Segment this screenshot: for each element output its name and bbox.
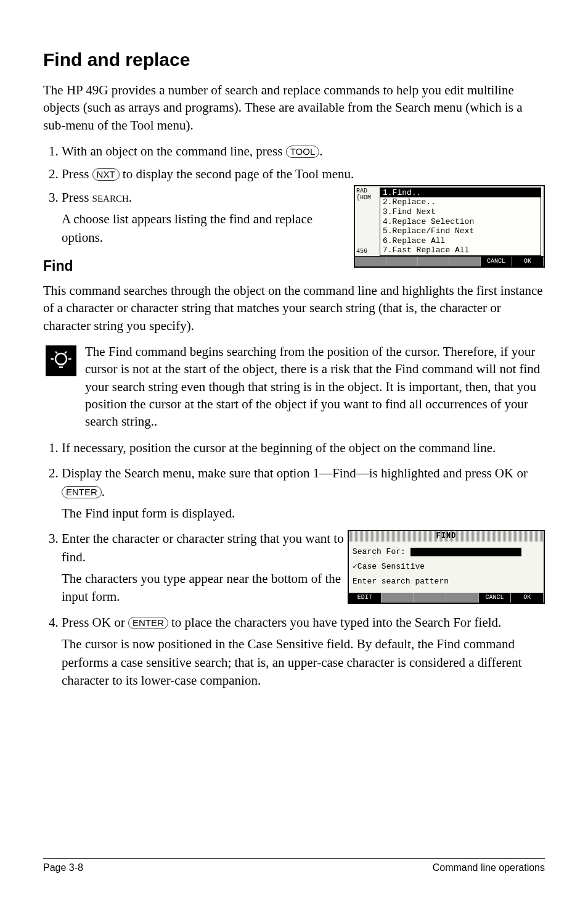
softkey-edit: EDIT — [349, 593, 382, 603]
page-title: Find and replace — [43, 49, 545, 70]
main-step-1: With an object on the command line, pres… — [62, 142, 545, 160]
menu-item-replace: 2.Replace.. — [380, 197, 541, 207]
find-step-2: Display the Search menu, make sure that … — [62, 464, 545, 522]
annun-456: 456 — [356, 248, 378, 255]
softkey-b4 — [446, 593, 479, 603]
annun-home: {HOM — [356, 194, 378, 201]
nxt-key: NXT — [92, 168, 120, 181]
softkey-ok-2: OK — [511, 593, 544, 603]
lightbulb-icon — [46, 345, 76, 376]
softkey-3 — [418, 257, 449, 266]
text: . — [102, 484, 105, 499]
main-step-3: Press search. A choose list appears list… — [62, 189, 545, 247]
menu-item-replace-selection: 4.Replace Selection — [380, 217, 541, 227]
menu-item-find: 1.Find.. — [380, 188, 541, 198]
search-for-field — [410, 548, 521, 556]
tip-text: The Find command begins searching from t… — [85, 343, 545, 431]
page-footer: Page 3-8 Command line operations — [43, 858, 545, 873]
screenshot-find-form: FIND Search For: ✓Case Sensitive Enter s… — [348, 530, 545, 603]
annun-rad: RAD — [356, 188, 378, 194]
softkey-ok: OK — [512, 257, 544, 266]
find-step-4-sub: The cursor is now positioned in the Case… — [62, 635, 545, 690]
form-title: FIND — [349, 531, 544, 542]
softkey-cancl-2: CANCL — [479, 593, 512, 603]
softkey-cancl: CANCL — [481, 257, 512, 266]
text: Press — [62, 167, 92, 181]
text: to place the characters you have typed i… — [168, 615, 502, 630]
softkey-row-2: EDIT CANCL OK — [349, 593, 544, 603]
find-paragraph: This command searches through the object… — [43, 282, 545, 334]
search-word: search — [92, 190, 129, 205]
step3-continuation: A choose list appears listing the find a… — [62, 210, 351, 247]
find-step-3a: Enter the character or character string … — [62, 530, 351, 566]
text: Press — [62, 615, 92, 630]
ok-word: OK — [495, 466, 513, 480]
ok-word-2: OK — [92, 615, 111, 630]
footer-page: Page 3-8 — [43, 862, 83, 873]
case-sensitive-check: ✓Case Sensitive — [353, 561, 540, 572]
find-step-4: Press OK or ENTER to place the character… — [62, 614, 545, 690]
enter-key: ENTER — [62, 486, 102, 498]
choose-list: 1.Find.. 2.Replace.. 3.Find Next 4.Repla… — [380, 188, 541, 256]
softkey-row: CANCL OK — [355, 256, 544, 266]
footer-section: Command line operations — [433, 862, 545, 873]
find-step-3b: The characters you type appear near the … — [62, 570, 351, 606]
text: . — [129, 190, 132, 205]
text: Press — [62, 190, 92, 205]
svg-point-0 — [55, 353, 67, 365]
text: or — [111, 615, 128, 630]
tip-block: The Find command begins searching from t… — [43, 343, 545, 431]
find-step-2-sub: The Find input form is displayed. — [62, 505, 351, 522]
text: to display the second page of the Tool m… — [120, 167, 354, 181]
text: . — [319, 144, 322, 159]
search-for-label: Search For: — [353, 547, 406, 556]
menu-item-replace-all: 6.Replace All — [380, 236, 541, 246]
text: Display the Search menu, make sure that … — [62, 466, 495, 480]
find-step-3: Enter the character or character string … — [62, 530, 545, 606]
intro-paragraph: The HP 49G provides a number of search a… — [43, 81, 545, 134]
softkey-4 — [449, 257, 481, 266]
enter-key-2: ENTER — [128, 617, 168, 629]
softkey-b3 — [414, 593, 446, 603]
menu-item-replace-find-next: 5.Replace/Find Next — [380, 226, 541, 236]
softkey-1 — [355, 257, 386, 266]
prompt-text: Enter search pattern — [353, 576, 540, 587]
menu-item-find-next: 3.Find Next — [380, 207, 541, 217]
text: With an object on the command line, pres… — [62, 144, 286, 159]
softkey-2 — [386, 257, 418, 266]
softkey-b2 — [382, 593, 414, 603]
main-step-2: Press NXT to display the second page of … — [62, 165, 545, 183]
screenshot-menu: RAD {HOM 456 1.Find.. 2.Replace.. 3.Find… — [354, 185, 545, 268]
text: or — [513, 466, 528, 480]
find-step-1: If necessary, position the cursor at the… — [62, 439, 545, 457]
menu-item-fast-replace-all: 7.Fast Replace All — [380, 245, 541, 255]
tool-key: TOOL — [286, 146, 320, 158]
